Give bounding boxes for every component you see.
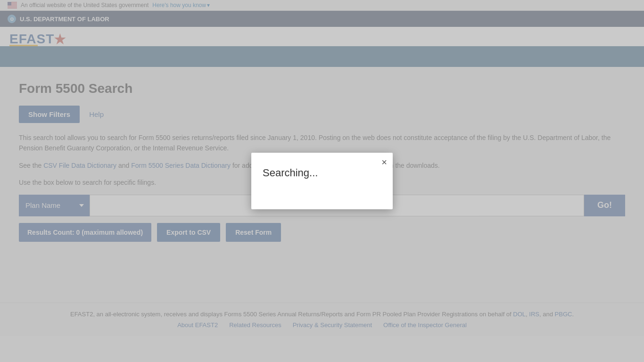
modal-searching-text: Searching... — [263, 167, 381, 179]
modal-overlay: × Searching... — [0, 0, 644, 336]
modal-close-button[interactable]: × — [381, 157, 387, 167]
modal-box: × Searching... — [251, 153, 393, 209]
